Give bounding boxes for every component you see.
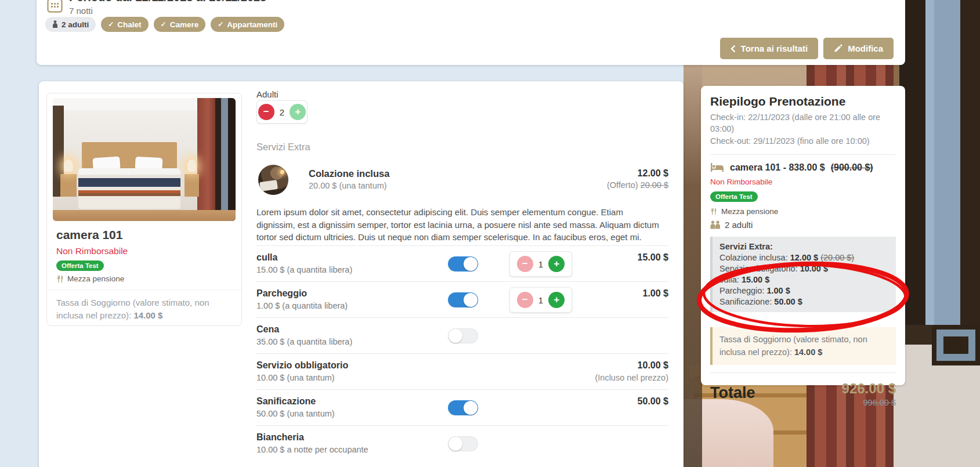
summary-tax-box: Tassa di Soggiorno (valore stimato, non … [710, 327, 896, 365]
service-name: Parcheggio [256, 288, 307, 299]
adults-increment-button[interactable]: + [290, 104, 306, 120]
room-tax-value: 14.00 $ [133, 310, 162, 320]
service-row-parcheggio: Parcheggio 1.00 $ (a quantita libera) − … [255, 281, 668, 317]
service-detail: 50.00 $ (una tantum) [256, 409, 335, 418]
services-list: culla 15.00 $ (a quantita libera) − 1 + … [255, 245, 668, 461]
service-stepper: − 1 + [509, 287, 572, 313]
room-card: camera 101 Non Rimborsabile Offerta Test… [46, 93, 242, 326]
summary-extra-line: Parcheggio: 1.00 $ [719, 285, 889, 296]
person-icon [52, 20, 58, 28]
qty-increment-button[interactable]: + [548, 292, 565, 308]
qty-decrement-button[interactable]: − [517, 292, 533, 308]
divider [710, 154, 896, 155]
room-rate-type: Non Rimborsabile [56, 246, 128, 256]
filter-badge-camere[interactable]: ✓ Camere [154, 17, 206, 32]
filter-badge-label: Camere [170, 20, 199, 29]
summary-offer-badge: Offerta Test [710, 191, 758, 202]
pencil-icon [834, 44, 842, 53]
qty-value: 1 [538, 295, 543, 305]
period-nights: 7 notti [69, 6, 93, 16]
service-note: (Incluso nel prezzo) [595, 373, 668, 382]
qty-decrement-button[interactable]: − [517, 256, 533, 272]
service-row-cena: Cena 35.00 $ (a quantita libera) [255, 317, 668, 353]
service-name: Colazione inclusa [309, 168, 389, 179]
adults-count: 2 [280, 107, 284, 117]
room-board-label: Mezza pensione [67, 274, 124, 283]
qty-increment-button[interactable]: + [548, 256, 565, 272]
service-row-culla: culla 15.00 $ (a quantita libera) − 1 + … [255, 245, 668, 281]
total-old-value: 996.00 $ [842, 398, 896, 407]
service-row-colazione: Colazione inclusa 20.00 $ (una tantum) 1… [255, 166, 668, 198]
service-stepper: − 1 + [509, 251, 572, 277]
service-description: Lorem ipsum dolor sit amet, consectetur … [256, 206, 663, 244]
summary-guests-label: 2 adulti [725, 220, 753, 230]
calendar-icon [47, 0, 63, 16]
summary-guests: 2 adulti [710, 220, 896, 230]
check-icon: ✓ [108, 20, 114, 28]
chevron-left-icon [731, 45, 736, 53]
search-summary-card: Periodo dal 22/11/2023 al 29/11/2023 7 n… [37, 0, 905, 65]
service-row-servizio-obbligatorio: Servizio obbligatorio 10.00 $ (una tantu… [255, 353, 668, 389]
summary-extras-title: Servizi Extra: [719, 241, 889, 252]
bed-icon [710, 162, 724, 172]
check-icon: ✓ [161, 20, 167, 28]
summary-room-old-price: (900.00 $) [831, 162, 873, 173]
adults-stepper: − 2 + [256, 100, 308, 124]
service-toggle[interactable] [448, 436, 478, 451]
service-name: Biancheria [256, 432, 304, 443]
service-toggle[interactable] [448, 256, 478, 271]
period-title: Periodo dal 22/11/2023 al 29/11/2023 [69, 0, 266, 4]
adults-decrement-button[interactable]: − [258, 104, 274, 120]
adults-label: Adulti [256, 89, 279, 99]
service-price: 50.00 $ [638, 396, 668, 407]
back-to-results-button[interactable]: Torna ai risultati [720, 38, 819, 59]
service-name: Cena [256, 324, 279, 335]
total-label: Totale [710, 384, 755, 402]
qty-value: 1 [538, 259, 543, 269]
service-price: 12.00 $ [638, 168, 668, 179]
service-price: 15.00 $ [638, 252, 668, 263]
edit-button[interactable]: Modifica [823, 38, 894, 59]
service-name: Sanificazione [256, 396, 316, 407]
service-toggle[interactable] [448, 328, 478, 343]
fork-knife-icon [56, 275, 64, 283]
check-icon: ✓ [218, 20, 223, 28]
guests-badge-label: 2 adulti [62, 20, 89, 29]
summary-extras-box: Servizi Extra: Colazione inclusa: 12.00 … [710, 237, 896, 312]
summary-rate-type: Non Rimborsabile [710, 178, 896, 186]
total-value: 926.00 $ [842, 381, 896, 397]
service-detail: 15.00 $ (a quantita libera) [256, 265, 352, 274]
filter-badge-appartamenti[interactable]: ✓ Appartamenti [211, 17, 284, 32]
filters-row: 2 adulti ✓ Chalet ✓ Camere ✓ Appartament… [45, 17, 284, 32]
photo-window [894, 0, 980, 360]
summary-checkin: Check-in: 22/11/2023 (dalle ore 21:00 al… [710, 111, 896, 135]
old-price: 20.00 $ [641, 180, 668, 190]
service-detail: 1.00 $ (a quantita libera) [256, 301, 348, 310]
summary-extra-line: Colazione inclusa: 12.00 $ (20.00 $) [719, 252, 889, 263]
summary-room-label: camera 101 - 838.00 $ [730, 162, 825, 173]
service-name: Servizio obbligatorio [256, 360, 348, 371]
summary-extra-line: Sanificazione: 50.00 $ [719, 296, 889, 307]
filter-badge-chalet[interactable]: ✓ Chalet [101, 17, 148, 32]
summary-board-label: Mezza pensione [721, 207, 778, 216]
service-name: culla [256, 252, 277, 263]
filter-badge-label: Chalet [117, 20, 141, 29]
service-price: 1.00 $ [643, 288, 668, 299]
divider [47, 289, 241, 290]
service-detail: 10.00 $ (una tantum) [256, 373, 335, 382]
service-price: 10.00 $ [638, 360, 668, 371]
service-detail: 35.00 $ (a quantita libera) [256, 337, 352, 346]
room-tax-note: Tassa di Soggiorno (valore stimato, non … [56, 296, 230, 322]
service-row-biancheria: Biancheria 10.00 $ a notte per occupante [255, 425, 668, 461]
offer-label: (Offerto) [607, 180, 638, 190]
fork-knife-icon [710, 208, 717, 215]
service-offer-price: (Offerto)20.00 $ [607, 180, 668, 190]
summary-tax-value: 14.00 $ [794, 347, 822, 357]
summary-checkout: Check-out: 29/11/2023 (fino alle ore 10:… [710, 135, 896, 147]
room-name: camera 101 [56, 228, 122, 242]
filter-badge-label: Appartamenti [227, 20, 277, 29]
divider [710, 372, 896, 373]
service-toggle[interactable] [448, 400, 478, 415]
room-board: Mezza pensione [56, 274, 124, 283]
service-toggle[interactable] [448, 292, 478, 307]
